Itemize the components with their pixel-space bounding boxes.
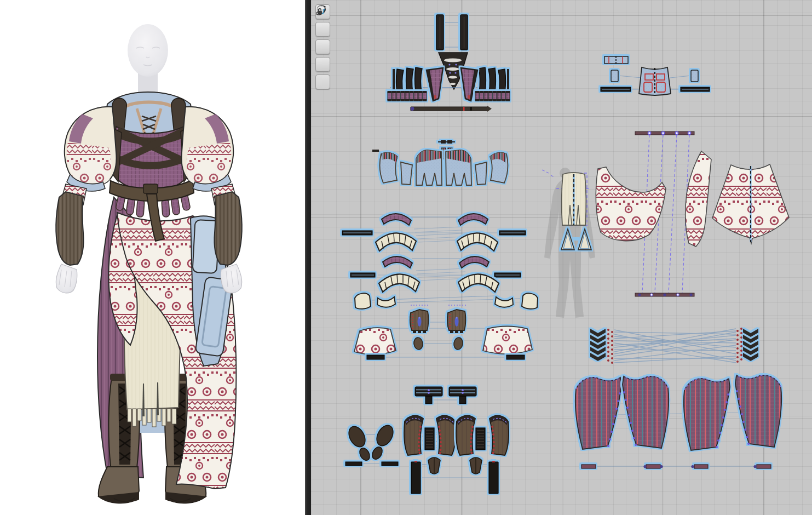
cream-cuff-piece[interactable] (457, 233, 498, 251)
waistband-strip[interactable] (757, 465, 771, 468)
boot-strap-piece[interactable] (449, 387, 476, 404)
embroidered-band-right[interactable] (483, 327, 532, 354)
lacing-threads (614, 329, 736, 363)
purple-arc-piece[interactable] (459, 256, 489, 268)
boot-lacing-panel[interactable] (476, 428, 485, 450)
boot-shaft-piece[interactable] (404, 416, 423, 455)
toggle-show-fabric-button[interactable] (315, 57, 330, 72)
3d-avatar-scene (0, 0, 305, 515)
shoulder-dish-piece[interactable] (377, 297, 395, 307)
underskirt-panel[interactable] (575, 377, 621, 449)
toggle-show-garment-button[interactable] (315, 22, 330, 37)
pocket-bag-piece[interactable] (447, 310, 465, 333)
underskirt-panel[interactable] (684, 379, 730, 450)
waistband-strip[interactable] (646, 465, 660, 468)
cuff-strip-piece[interactable] (350, 273, 375, 277)
shoulder-caps-group[interactable] (355, 293, 538, 308)
waistband-strip[interactable] (694, 465, 708, 468)
lacing-chevron-stack[interactable] (590, 329, 606, 361)
overskirt-panel-flared[interactable] (712, 164, 789, 243)
pouch-main-panel[interactable] (639, 67, 671, 95)
boot-tongue-piece[interactable] (470, 457, 482, 474)
bodice-pattern-group[interactable] (372, 140, 508, 185)
pouch-strip[interactable] (681, 87, 710, 91)
cream-cuff-piece[interactable] (379, 274, 419, 292)
tiny-strip-piece[interactable] (372, 150, 379, 152)
cuff-strip-piece[interactable] (494, 273, 521, 277)
pocket-flap-piece[interactable] (453, 337, 464, 350)
3d-garment-viewport[interactable] (0, 0, 305, 515)
pattern-canvas[interactable] (311, 0, 812, 515)
pouch-side-tab[interactable] (611, 70, 618, 82)
cuff-strip-piece[interactable] (342, 231, 372, 235)
stray-guide-marks (542, 170, 555, 178)
shoulder-cap-piece[interactable] (522, 293, 538, 308)
apron-and-overskirt-group[interactable] (556, 131, 789, 296)
cuff-band-row-2[interactable] (350, 256, 521, 292)
pocket-flap-piece[interactable] (413, 337, 424, 350)
boot-shaft-piece[interactable] (436, 416, 456, 455)
pocket-and-band-group[interactable] (354, 305, 532, 359)
boot-back-strip[interactable] (489, 461, 498, 494)
hip-pouch-pattern-group[interactable] (601, 56, 710, 95)
pouch-side-tab[interactable] (691, 70, 698, 82)
underskirt-panel[interactable] (735, 375, 781, 447)
boot-tongue-piece[interactable] (428, 457, 440, 474)
corset-front-triangle[interactable] (427, 68, 443, 101)
pouch-top-strip[interactable] (604, 56, 628, 64)
app-window (0, 0, 812, 515)
overskirt-panel-large[interactable] (596, 167, 666, 241)
purple-arc-piece[interactable] (458, 214, 488, 225)
bodice-gusset-left[interactable] (401, 162, 412, 185)
boot-pattern-group[interactable] (345, 416, 509, 494)
band-strip-piece[interactable] (367, 355, 384, 359)
toggle-show-information-button[interactable] (315, 39, 330, 54)
pocket-bag-piece[interactable] (410, 310, 428, 333)
lacing-chevron-stack[interactable] (743, 329, 758, 361)
bodice-gusset-right[interactable] (475, 162, 487, 185)
shoulder-cap-piece[interactable] (355, 293, 371, 308)
embroidered-band-left[interactable] (354, 328, 396, 354)
bodice-side-panel-right[interactable] (490, 152, 508, 183)
2d-pattern-viewport[interactable] (311, 0, 812, 515)
cream-cuff-piece[interactable] (458, 274, 499, 292)
hand (56, 264, 77, 293)
band-strip-piece[interactable] (506, 355, 525, 359)
boot-strap-piece[interactable] (415, 387, 442, 404)
bodice-front-piece[interactable] (416, 150, 442, 185)
bodice-back-piece[interactable] (446, 150, 471, 185)
cream-cuff-piece[interactable] (376, 233, 416, 251)
toggle-lock-patterns-button[interactable] (315, 75, 330, 89)
pouch-strip[interactable] (601, 87, 631, 91)
corset-strap-piece[interactable] (460, 15, 468, 50)
corset-strap-piece[interactable] (436, 15, 444, 50)
boot-shaft-piece[interactable] (489, 416, 509, 455)
purple-arc-piece[interactable] (382, 214, 411, 225)
belt-strap-piece[interactable] (411, 106, 492, 112)
boot-back-strip[interactable] (411, 461, 421, 494)
overskirt-panel-sliver[interactable] (686, 151, 711, 247)
shirt-lock-icon (315, 4, 327, 16)
cuff-strip-piece[interactable] (499, 231, 526, 235)
cuff-band-row-1[interactable] (342, 214, 526, 251)
boot-sole-piece[interactable] (370, 422, 396, 461)
bracer (56, 192, 83, 265)
boot-sole-piece[interactable] (345, 424, 372, 462)
waist-tab-row[interactable] (388, 91, 510, 101)
boot-shaft-piece[interactable] (456, 416, 475, 455)
2d-view-toolbar (315, 4, 330, 89)
waistband-strip[interactable] (581, 465, 596, 468)
triangle-connector (573, 237, 579, 241)
underskirt-panel[interactable] (623, 376, 669, 448)
corset-pattern-group[interactable] (388, 15, 510, 112)
underskirt-pattern-group[interactable] (575, 375, 782, 468)
purple-arc-piece[interactable] (383, 256, 412, 268)
shoulder-dish-piece[interactable] (495, 297, 513, 307)
boot-lacing-panel[interactable] (425, 428, 434, 450)
bodice-side-panel-left[interactable] (380, 152, 398, 183)
boot-strap-group[interactable] (415, 387, 476, 404)
avatar-head (128, 24, 168, 101)
viewport-divider[interactable] (305, 0, 311, 515)
corset-lacing-group[interactable] (590, 328, 758, 364)
